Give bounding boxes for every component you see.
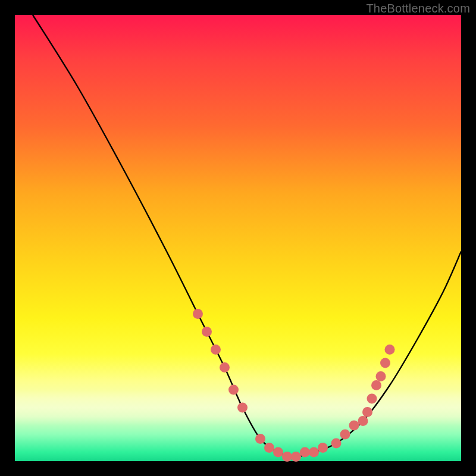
curve-marker <box>228 385 239 395</box>
watermark-text: TheBottleneck.com <box>366 2 470 15</box>
chart-svg <box>15 15 461 461</box>
chart-frame: TheBottleneck.com <box>0 0 476 476</box>
curve-marker <box>376 371 386 381</box>
curve-marker <box>371 380 381 390</box>
curve-marker <box>237 403 248 413</box>
curve-marker <box>358 416 368 426</box>
curve-marker <box>385 345 395 355</box>
bottleneck-curve <box>33 15 461 457</box>
curve-markers <box>193 309 395 462</box>
curve-marker <box>220 362 230 372</box>
curve-marker <box>331 439 342 449</box>
curve-marker <box>291 452 301 462</box>
plot-area <box>15 15 461 461</box>
curve-marker <box>340 430 350 440</box>
curve-marker <box>202 327 212 337</box>
curve-marker <box>380 358 390 368</box>
curve-marker <box>309 447 319 458</box>
curve-marker <box>318 443 328 453</box>
curve-marker <box>273 447 283 458</box>
curve-marker <box>300 447 310 458</box>
curve-marker <box>264 443 274 453</box>
curve-marker <box>193 309 203 319</box>
curve-marker <box>367 394 377 404</box>
curve-marker <box>255 434 265 444</box>
curve-marker <box>349 421 359 431</box>
curve-marker <box>282 452 292 462</box>
curve-marker <box>211 345 221 355</box>
curve-marker <box>362 407 372 417</box>
